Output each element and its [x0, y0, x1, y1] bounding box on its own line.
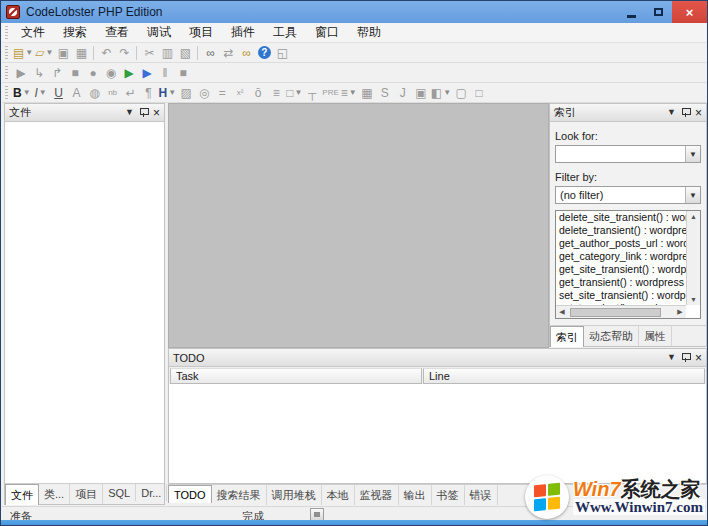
- files-panel-close-icon[interactable]: ×: [153, 108, 160, 118]
- files-tab-1[interactable]: 类...: [39, 484, 70, 504]
- border-dropdown-icon[interactable]: ▼: [294, 88, 302, 97]
- new-file-button[interactable]: ▤▼: [12, 44, 34, 61]
- menu-item-1[interactable]: 搜索: [54, 23, 96, 41]
- step-out-button[interactable]: ■: [66, 64, 84, 81]
- continue-button[interactable]: ▶: [12, 64, 30, 81]
- index-panel-pin-icon[interactable]: [682, 108, 689, 117]
- menu-item-4[interactable]: 项目: [180, 23, 222, 41]
- find-button[interactable]: ∞: [201, 44, 219, 61]
- heading-button[interactable]: H▼: [158, 84, 178, 101]
- preformatted-button[interactable]: PRE: [321, 84, 339, 101]
- help-button[interactable]: ?: [255, 44, 273, 61]
- step-over-button[interactable]: ↱: [48, 64, 66, 81]
- output-tab-3[interactable]: 本地: [322, 485, 355, 505]
- output-tab-4[interactable]: 监视器: [355, 485, 399, 505]
- insert-link-button[interactable]: ◎: [195, 84, 213, 101]
- table-cell-button[interactable]: ▣: [412, 84, 430, 101]
- paragraph-button[interactable]: ¶: [140, 84, 158, 101]
- format-toolbar-grip[interactable]: [5, 86, 8, 100]
- horizontal-rule-button[interactable]: =: [213, 84, 231, 101]
- copy-button[interactable]: ▥: [158, 44, 176, 61]
- maximize-button[interactable]: [645, 1, 672, 23]
- run-button[interactable]: ▶: [120, 64, 138, 81]
- undo-button[interactable]: ↶: [97, 44, 115, 61]
- top-rule-button[interactable]: ┬: [303, 84, 321, 101]
- task-column-header[interactable]: Task: [170, 368, 422, 384]
- index-tab-2[interactable]: 属性: [639, 326, 672, 346]
- todo-list-area[interactable]: [169, 384, 706, 483]
- scroll-left-icon[interactable]: ◀: [556, 308, 568, 316]
- layout-button[interactable]: ◧▼: [430, 84, 452, 101]
- index-panel-menu-icon[interactable]: ▼: [667, 108, 676, 117]
- index-list-item-3[interactable]: get_category_link : wordpress: [556, 250, 686, 263]
- step-into-button[interactable]: ↳: [30, 64, 48, 81]
- find-in-files-button[interactable]: ∞: [237, 44, 255, 61]
- standard-toolbar-grip[interactable]: [5, 46, 8, 60]
- scroll-down-icon[interactable]: ▼: [690, 296, 697, 303]
- heading-dropdown-icon[interactable]: ▼: [168, 88, 176, 97]
- image-map-button[interactable]: ◍: [86, 84, 104, 101]
- filter-by-dropdown-button[interactable]: ▼: [685, 187, 700, 203]
- index-tab-0[interactable]: 索引: [550, 326, 584, 347]
- toggle-breakpoint-button[interactable]: ●: [84, 64, 102, 81]
- replace-button[interactable]: ⇄: [219, 44, 237, 61]
- todo-panel-menu-icon[interactable]: ▼: [667, 353, 676, 362]
- stop-button[interactable]: ■: [174, 64, 192, 81]
- non-breaking-space-button[interactable]: nb: [104, 84, 122, 101]
- save-button[interactable]: ▣: [54, 44, 72, 61]
- menu-item-0[interactable]: 文件: [12, 23, 54, 41]
- menu-item-2[interactable]: 查看: [96, 23, 138, 41]
- files-tab-2[interactable]: 项目: [70, 484, 103, 504]
- line-break-button[interactable]: ↵: [122, 84, 140, 101]
- debug-toolbar-grip[interactable]: [5, 66, 8, 80]
- cut-button[interactable]: ✂: [140, 44, 158, 61]
- filter-by-combobox[interactable]: (no filter) ▼: [555, 186, 701, 204]
- scroll-right-icon[interactable]: ▶: [674, 308, 686, 316]
- bold-button[interactable]: B▼: [12, 84, 32, 101]
- look-for-dropdown-button[interactable]: ▼: [685, 146, 700, 162]
- superscript-button[interactable]: x²: [231, 84, 249, 101]
- output-tab-1[interactable]: 搜索结果: [212, 485, 267, 505]
- table-button[interactable]: ▦: [358, 84, 376, 101]
- index-panel-close-icon[interactable]: ×: [695, 108, 702, 118]
- output-tab-0[interactable]: TODO: [168, 485, 212, 503]
- border-button[interactable]: □▼: [285, 84, 303, 101]
- list-button[interactable]: ≡▼: [340, 84, 358, 101]
- output-tab-2[interactable]: 调用堆栈: [267, 485, 322, 505]
- output-tab-7[interactable]: 错误: [465, 485, 498, 505]
- bold-dropdown-icon[interactable]: ▼: [23, 88, 31, 97]
- paste-button[interactable]: ▧: [176, 44, 194, 61]
- index-list-item-6[interactable]: set_site_transient() : wordpress: [556, 289, 686, 302]
- pause-button[interactable]: ‖: [156, 64, 174, 81]
- editor-area[interactable]: [168, 103, 549, 348]
- run-to-cursor-button[interactable]: ◉: [102, 64, 120, 81]
- save-all-button[interactable]: ▦: [72, 44, 90, 61]
- scroll-up-icon[interactable]: ▲: [690, 213, 697, 220]
- todo-panel-pin-icon[interactable]: [682, 353, 689, 362]
- files-panel-menu-icon[interactable]: ▼: [125, 108, 134, 117]
- index-list-item-5[interactable]: get_transient() : wordpress: [556, 276, 686, 289]
- menu-grip-handle[interactable]: [5, 26, 8, 40]
- files-tab-0[interactable]: 文件: [5, 484, 39, 505]
- start-debug-button[interactable]: ▶: [138, 64, 156, 81]
- font-color-button[interactable]: A: [68, 84, 86, 101]
- overline-button[interactable]: ō: [249, 84, 267, 101]
- index-listbox[interactable]: delete_site_transient() : wordpressdelet…: [555, 210, 701, 319]
- horizontal-scrollbar[interactable]: ◀ ▶: [556, 305, 686, 318]
- underline-button[interactable]: U: [50, 84, 68, 101]
- index-list-item-0[interactable]: delete_site_transient() : wordpress: [556, 211, 686, 224]
- files-tab-3[interactable]: SQL: [103, 484, 136, 501]
- output-tab-5[interactable]: 输出: [399, 485, 432, 505]
- italic-button[interactable]: I▼: [32, 84, 50, 101]
- italic-dropdown-icon[interactable]: ▼: [39, 88, 47, 97]
- files-tab-4[interactable]: Dr...: [136, 484, 167, 501]
- menu-item-5[interactable]: 插件: [222, 23, 264, 41]
- line-column-header[interactable]: Line: [423, 368, 705, 384]
- vertical-scrollbar[interactable]: ▲ ▼: [686, 211, 700, 305]
- files-panel-pin-icon[interactable]: [140, 108, 147, 117]
- look-for-combobox[interactable]: ▼: [555, 145, 701, 163]
- minimize-button[interactable]: [618, 1, 645, 23]
- new-file-dropdown-icon[interactable]: ▼: [25, 48, 33, 57]
- full-screen-button[interactable]: ◱: [273, 44, 291, 61]
- justify-button[interactable]: J: [394, 84, 412, 101]
